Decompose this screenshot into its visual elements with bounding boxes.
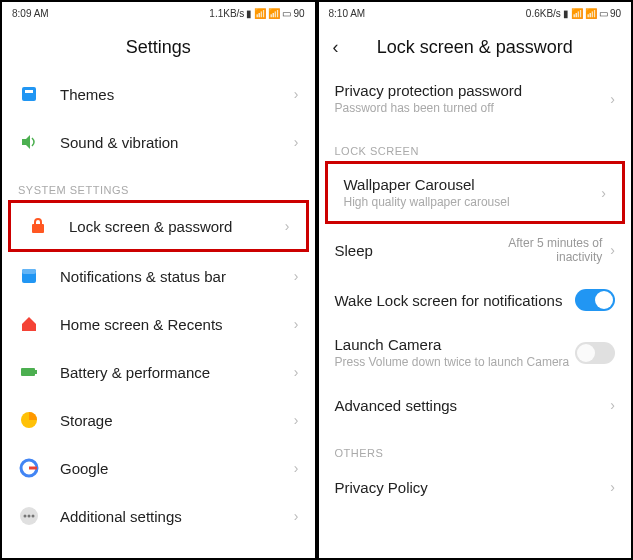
themes-icon bbox=[18, 83, 40, 105]
status-time: 8:09 AM bbox=[12, 8, 49, 19]
row-storage[interactable]: Storage › bbox=[2, 396, 315, 444]
status-bar: 8:10 AM 0.6KB/s ▮ 📶 📶 ▭ 90 bbox=[319, 2, 632, 24]
home-icon bbox=[18, 313, 40, 335]
chevron-right-icon: › bbox=[294, 412, 299, 428]
chevron-right-icon: › bbox=[294, 460, 299, 476]
more-icon bbox=[18, 505, 40, 527]
back-button[interactable]: ‹ bbox=[333, 37, 339, 58]
svg-point-11 bbox=[28, 515, 31, 518]
row-wake-lock-notif[interactable]: Wake Lock screen for notifications bbox=[319, 276, 632, 324]
sim-icon: ▮ bbox=[563, 8, 569, 19]
chevron-right-icon: › bbox=[610, 397, 615, 413]
google-icon bbox=[18, 457, 40, 479]
chevron-right-icon: › bbox=[601, 185, 606, 201]
svg-rect-4 bbox=[22, 269, 36, 274]
row-google[interactable]: Google › bbox=[2, 444, 315, 492]
svg-rect-0 bbox=[22, 87, 36, 101]
lock-icon bbox=[27, 215, 49, 237]
launch-camera-toggle[interactable] bbox=[575, 342, 615, 364]
chevron-right-icon: › bbox=[294, 364, 299, 380]
chevron-right-icon: › bbox=[610, 479, 615, 495]
status-right: 0.6KB/s ▮ 📶 📶 ▭ 90 bbox=[526, 8, 621, 19]
row-notifications[interactable]: Notifications & status bar › bbox=[2, 252, 315, 300]
battery-icon: ▭ bbox=[599, 8, 608, 19]
lockscreen-header: ‹ Lock screen & password bbox=[319, 24, 632, 70]
status-time: 8:10 AM bbox=[329, 8, 366, 19]
row-privacy-password[interactable]: Privacy protection password Password has… bbox=[319, 70, 632, 127]
wake-lock-toggle[interactable] bbox=[575, 289, 615, 311]
notifications-icon bbox=[18, 265, 40, 287]
storage-icon bbox=[18, 409, 40, 431]
chevron-right-icon: › bbox=[294, 316, 299, 332]
sim-icon: ▮ bbox=[246, 8, 252, 19]
svg-point-10 bbox=[24, 515, 27, 518]
status-bar: 8:09 AM 1.1KB/s ▮ 📶 📶 ▭ 90 bbox=[2, 2, 315, 24]
svg-rect-5 bbox=[21, 368, 35, 376]
page-title: Settings bbox=[126, 37, 191, 58]
lockscreen-panel: 8:10 AM 0.6KB/s ▮ 📶 📶 ▭ 90 ‹ Lock screen… bbox=[317, 0, 634, 560]
chevron-right-icon: › bbox=[285, 218, 290, 234]
wifi-icon: 📶 bbox=[585, 8, 597, 19]
svg-rect-6 bbox=[35, 370, 37, 374]
section-lock-screen: LOCK SCREEN bbox=[319, 127, 632, 161]
svg-rect-2 bbox=[32, 224, 44, 233]
chevron-right-icon: › bbox=[294, 508, 299, 524]
chevron-right-icon: › bbox=[610, 91, 615, 107]
svg-rect-1 bbox=[25, 90, 33, 93]
row-home-recents[interactable]: Home screen & Recents › bbox=[2, 300, 315, 348]
chevron-right-icon: › bbox=[294, 268, 299, 284]
page-title: Lock screen & password bbox=[377, 37, 573, 58]
row-battery[interactable]: Battery & performance › bbox=[2, 348, 315, 396]
signal-icon: 📶 bbox=[254, 8, 266, 19]
section-system-settings: SYSTEM SETTINGS bbox=[2, 166, 315, 200]
row-advanced-settings[interactable]: Advanced settings › bbox=[319, 381, 632, 429]
svg-point-12 bbox=[32, 515, 35, 518]
chevron-right-icon: › bbox=[610, 242, 615, 258]
row-sleep[interactable]: Sleep After 5 minutes of inactivity › bbox=[319, 224, 632, 276]
sleep-value: After 5 minutes of inactivity bbox=[482, 236, 602, 264]
row-lock-screen-password[interactable]: Lock screen & password › bbox=[8, 200, 309, 252]
row-privacy-policy[interactable]: Privacy Policy › bbox=[319, 463, 632, 511]
row-themes[interactable]: Themes › bbox=[2, 70, 315, 118]
status-right: 1.1KB/s ▮ 📶 📶 ▭ 90 bbox=[209, 8, 304, 19]
row-launch-camera[interactable]: Launch Camera Press Volume down twice to… bbox=[319, 324, 632, 381]
sound-icon bbox=[18, 131, 40, 153]
row-sound[interactable]: Sound & vibration › bbox=[2, 118, 315, 166]
chevron-right-icon: › bbox=[294, 134, 299, 150]
settings-panel: 8:09 AM 1.1KB/s ▮ 📶 📶 ▭ 90 Settings Them… bbox=[0, 0, 317, 560]
settings-header: Settings bbox=[2, 24, 315, 70]
wifi-icon: 📶 bbox=[268, 8, 280, 19]
chevron-right-icon: › bbox=[294, 86, 299, 102]
section-others: OTHERS bbox=[319, 429, 632, 463]
signal-icon: 📶 bbox=[571, 8, 583, 19]
battery-icon: ▭ bbox=[282, 8, 291, 19]
row-additional[interactable]: Additional settings › bbox=[2, 492, 315, 540]
row-wallpaper-carousel[interactable]: Wallpaper Carousel High quality wallpape… bbox=[325, 161, 626, 224]
battery-perf-icon bbox=[18, 361, 40, 383]
